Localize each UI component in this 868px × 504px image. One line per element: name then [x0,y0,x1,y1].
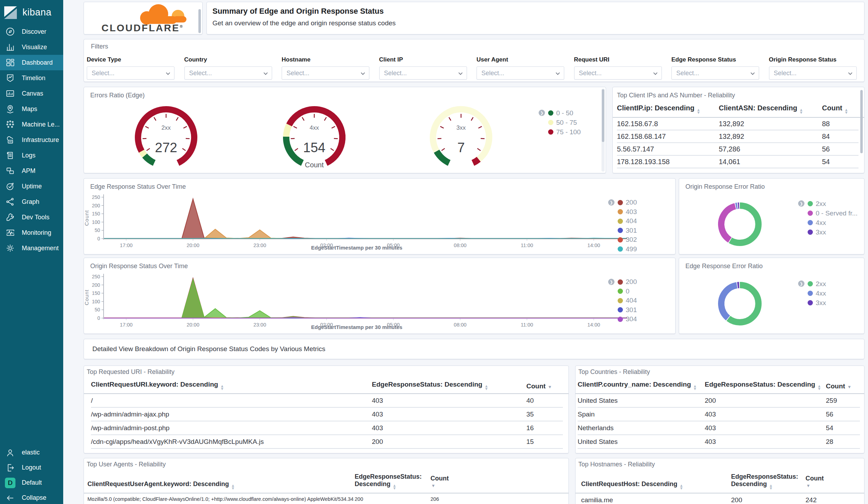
sidebar-item-apm[interactable]: APM [0,163,63,179]
sort-icon: ▲▼ [679,484,683,490]
legend-item-0-served-fr[interactable]: 0 - Served fr... [808,208,857,218]
legend-expand-icon[interactable]: ❯ [539,110,545,116]
column-header-clientip-country-name-descending[interactable]: ClientIP.country_name: Descending▲▼ [578,381,705,393]
sidebar-item-label: Maps [22,105,37,113]
gauges-scrollbar[interactable] [602,89,604,142]
filter-placeholder: Select... [384,70,407,77]
logs-icon [5,150,15,161]
monitoring-icon [5,227,15,238]
svg-text:Count: Count [305,161,324,169]
column-header-clientasn-descending[interactable]: ClientASN: Descending▲▼ [719,104,822,117]
legend-label: 200 [626,278,637,286]
column-header-label: Count [526,382,546,390]
client-ips-scrollbar[interactable] [860,90,863,153]
legend-color-dot [618,317,623,322]
sidebar-item-canvas[interactable]: Canvas [0,86,63,101]
legend-item-404[interactable]: 404 [618,296,637,305]
legend-label: 0 [626,287,630,295]
sidebar-item-maps[interactable]: Maps [0,101,63,117]
column-header-edgeresponsestatus-descending[interactable]: EdgeResponseStatus: Descending▲▼ [731,473,805,493]
discover-icon [5,26,15,37]
management-icon [5,243,15,253]
sidebar-item-dev-tools[interactable]: Dev Tools [0,209,63,225]
graph-icon [5,196,15,207]
table-row: 178.128.193.15814,06154 [613,156,864,168]
column-header-edgeresponsestatus-descending[interactable]: EdgeResponseStatus: Descending▲▼ [355,473,430,493]
legend-item-0-50[interactable]: 0 - 50 [548,108,581,118]
filter-select-request-uri[interactable]: Select... [574,66,662,80]
sidebar-item-logs[interactable]: Logs [0,148,63,163]
legend-item-499[interactable]: 499 [618,245,637,254]
filter-select-origin-response-status[interactable]: Select... [769,66,857,80]
legend-item-301[interactable]: 301 [618,305,637,315]
filter-select-edge-response-status[interactable]: Select... [671,66,759,80]
legend-expand-icon[interactable]: ❯ [798,200,804,207]
legend-label: 304 [626,315,637,323]
table-row: United States200259 [576,394,864,408]
sidebar-item-management[interactable]: Management [0,240,63,256]
svg-text:50: 50 [94,227,100,233]
filter-select-hostname[interactable]: Select... [282,66,369,80]
sidebar-item-visualize[interactable]: Visualize [0,39,63,55]
legend-item-50-75[interactable]: 50 - 75 [548,118,581,127]
legend-item-404[interactable]: 404 [618,217,637,226]
legend-item-75-100[interactable]: 75 - 100 [548,127,581,137]
legend-item-4xx[interactable]: 4xx [808,218,857,227]
legend-item-3xx[interactable]: 3xx [808,298,826,308]
legend-item-2xx[interactable]: 2xx [808,199,857,208]
legend-item-301[interactable]: 301 [618,226,637,235]
sidebar-footer-default[interactable]: DDefault [0,475,63,490]
column-header-count[interactable]: Count▼ [826,382,860,393]
legend-expand-icon[interactable]: ❯ [608,199,614,206]
sidebar-item-uptime[interactable]: Uptime [0,179,63,194]
column-header-count[interactable]: Count▼ [805,475,860,493]
sidebar-item-timelion[interactable]: Timelion [0,70,63,86]
column-header-clientrequestuseragent-keyword-descending[interactable]: ClientRequestUserAgent.keyword: Descendi… [87,480,355,493]
sidebar-item-machine-le[interactable]: Machine Le... [0,117,63,132]
sidebar-item-infrastructure[interactable]: Infrastructure [0,132,63,148]
column-header-edgeresponsestatus-descending[interactable]: EdgeResponseStatus: Descending▲▼ [372,381,526,393]
legend-item-200[interactable]: 200 [618,198,637,207]
column-header-label: Count [430,475,449,482]
cloudflare-logo: CLOUDFLARE® [93,3,195,34]
sidebar-footer-elastic[interactable]: elastic [0,445,63,460]
legend-expand-icon[interactable]: ❯ [608,279,614,285]
legend-item-302[interactable]: 302 [618,235,637,245]
legend-item-0[interactable]: 0 [618,287,637,296]
filter-select-device-type[interactable]: Select... [87,66,175,80]
sidebar-item-discover[interactable]: Discover [0,24,63,39]
sidebar-item-dashboard[interactable]: Dashboard [0,55,63,70]
filter-select-client-ip[interactable]: Select... [379,66,467,80]
column-header-clientrequesthost-descending[interactable]: ClientRequestHost: Descending▲▼ [581,480,731,493]
column-header-count[interactable]: Count▲▼ [822,104,859,117]
filter-select-country[interactable]: Select... [184,66,272,80]
sidebar-item-graph[interactable]: Graph [0,194,63,209]
legend-item-4xx[interactable]: 4xx [808,289,826,298]
cloudflare-wordmark: CLOUDFLARE® [93,22,192,34]
table-header-row: ClientRequestURI.keyword: Descending▲▼Ed… [84,381,568,394]
column-header-label: ClientRequestURI.keyword: Descending [91,381,218,388]
filter-origin-response-status: Origin Response StatusSelect... [769,56,857,80]
column-header-label: ClientIP.ip: Descending [617,104,695,112]
sidebar-footer-collapse[interactable]: Collapse [0,490,63,504]
column-header-clientip-ip-descending[interactable]: ClientIP.ip: Descending▲▼ [617,104,719,117]
column-header-count[interactable]: Count▼ [526,382,563,393]
legend-item-304[interactable]: 304 [618,315,637,324]
legend-expand-icon[interactable]: ❯ [798,280,804,287]
filter-select-user-agent[interactable]: Select... [476,66,564,80]
svg-text:0: 0 [97,315,100,321]
kibana-logo[interactable]: kibana [0,0,63,21]
column-header-clientrequesturi-keyword-descending[interactable]: ClientRequestURI.keyword: Descending▲▼ [91,381,372,393]
logo-panel-scrollbar[interactable] [198,9,201,33]
legend-item-3xx[interactable]: 3xx [808,227,857,237]
sidebar-item-monitoring[interactable]: Monitoring [0,225,63,240]
sidebar-footer-logout[interactable]: Logout [0,460,63,475]
legend-item-2xx[interactable]: 2xx [808,279,826,289]
column-header-edgeresponsestatus-descending[interactable]: EdgeResponseStatus: Descending▲▼ [705,381,826,393]
dashboard-title: Summary of Edge and Origin Response Stat… [212,7,384,16]
legend-color-dot [618,237,623,243]
legend-item-200[interactable]: 200 [618,277,637,287]
legend-label: 302 [626,236,637,244]
column-header-count[interactable]: Count▼ [430,475,564,493]
legend-item-403[interactable]: 403 [618,207,637,217]
